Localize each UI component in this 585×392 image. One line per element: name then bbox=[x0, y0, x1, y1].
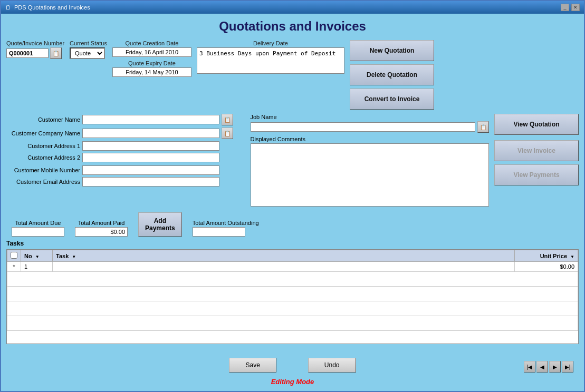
quote-number-label: Quote/Invoice Number bbox=[6, 40, 64, 46]
window-title: PDS Quotations and Invoices bbox=[14, 4, 90, 11]
amounts-section: Total Amount Due Total Amount Paid AddPa… bbox=[12, 212, 579, 237]
customer-company-label: Customer Company Name bbox=[6, 130, 80, 136]
expiry-date-label: Quote Expiry Date bbox=[112, 60, 191, 66]
total-amount-due-field: Total Amount Due bbox=[12, 220, 64, 237]
customer-company-row: Customer Company Name 📋 bbox=[6, 128, 245, 139]
customer-name-row: Customer Name 📋 bbox=[6, 114, 245, 125]
add-payments-button[interactable]: AddPayments bbox=[138, 212, 182, 237]
job-name-input[interactable] bbox=[251, 122, 476, 132]
quote-number-browse-button[interactable]: 📋 bbox=[50, 47, 62, 59]
empty-row-4 bbox=[7, 316, 578, 331]
tasks-price-label: Unit Price bbox=[540, 253, 567, 259]
main-content: Quotations and Invoices Quote/Invoice Nu… bbox=[1, 14, 584, 391]
total-outstanding-input[interactable] bbox=[193, 227, 245, 237]
displayed-comments-textarea[interactable] bbox=[251, 143, 490, 207]
total-outstanding-label: Total Amount Outstanding bbox=[193, 220, 259, 226]
total-amount-paid-field: Total Amount Paid bbox=[75, 220, 128, 237]
job-name-label: Job Name bbox=[251, 114, 490, 120]
tasks-table: No ▼ Task ▼ Unit Price ▼ bbox=[7, 250, 578, 331]
table-row: * 1 $0.00 bbox=[7, 262, 578, 272]
convert-to-invoice-button[interactable]: Convert to Invoice bbox=[350, 89, 434, 110]
job-name-section: Job Name 📋 bbox=[251, 114, 490, 133]
quote-number-box: 📋 bbox=[6, 47, 64, 59]
nav-controls: |◀ ◀ ▶ ▶| bbox=[524, 361, 573, 373]
delivery-date-label: Delivery Date bbox=[197, 40, 344, 46]
tasks-table-wrapper: No ▼ Task ▼ Unit Price ▼ bbox=[6, 249, 579, 344]
view-invoice-button[interactable]: View Invoice bbox=[494, 140, 579, 161]
delivery-date-textarea[interactable]: 3 Business Days upon Payment of Deposit bbox=[197, 47, 344, 74]
empty-row-2 bbox=[7, 287, 578, 301]
tasks-task-col-header[interactable]: Task ▼ bbox=[53, 250, 515, 262]
save-button[interactable]: Save bbox=[229, 358, 276, 373]
customer-address2-input[interactable] bbox=[82, 153, 219, 162]
job-name-row: 📋 bbox=[251, 121, 490, 133]
task-sort-icon: ▼ bbox=[72, 254, 76, 259]
title-bar: 🗒 PDS Quotations and Invoices _ ✕ bbox=[1, 1, 584, 14]
customer-company-input[interactable] bbox=[82, 129, 219, 138]
delivery-group: Delivery Date 3 Business Days upon Payme… bbox=[197, 40, 344, 74]
minimize-button[interactable]: _ bbox=[561, 4, 569, 11]
customer-email-row: Customer Email Address bbox=[6, 177, 245, 187]
status-select[interactable]: Quote Invoice bbox=[70, 47, 105, 59]
view-buttons: View Quotation View Invoice View Payment… bbox=[494, 114, 579, 208]
comments-section: Displayed Comments bbox=[251, 136, 490, 208]
tasks-price-col-header[interactable]: Unit Price ▼ bbox=[515, 250, 578, 262]
customer-address1-input[interactable] bbox=[82, 141, 219, 151]
quote-number-input[interactable] bbox=[6, 48, 49, 58]
middle-section: Customer Name 📋 Customer Company Name 📋 … bbox=[6, 114, 579, 208]
empty-row-3 bbox=[7, 301, 578, 316]
nav-prev-button[interactable]: ◀ bbox=[536, 361, 548, 373]
total-amount-due-label: Total Amount Due bbox=[12, 220, 64, 226]
row-price[interactable]: $0.00 bbox=[515, 262, 578, 272]
displayed-comments-label: Displayed Comments bbox=[251, 136, 490, 142]
current-status-group: Current Status Quote Invoice bbox=[70, 40, 107, 59]
new-quotation-button[interactable]: New Quotation bbox=[350, 40, 434, 61]
delete-quotation-button[interactable]: Delete Quotation bbox=[350, 64, 434, 85]
title-bar-left: 🗒 PDS Quotations and Invoices bbox=[5, 4, 90, 11]
tasks-no-label: No bbox=[24, 253, 32, 259]
close-button[interactable]: ✕ bbox=[571, 4, 580, 11]
current-status-label: Current Status bbox=[70, 40, 107, 46]
title-bar-controls[interactable]: _ ✕ bbox=[561, 4, 580, 11]
tasks-no-col-header[interactable]: No ▼ bbox=[21, 250, 53, 262]
customer-address2-row: Customer Address 2 bbox=[6, 153, 245, 162]
view-payments-button[interactable]: View Payments bbox=[494, 164, 579, 185]
tasks-label: Tasks bbox=[6, 240, 579, 247]
nav-last-button[interactable]: ▶| bbox=[562, 361, 573, 373]
nav-next-button[interactable]: ▶ bbox=[549, 361, 561, 373]
price-sort-icon: ▼ bbox=[570, 254, 574, 259]
customer-name-input[interactable] bbox=[82, 115, 219, 124]
total-amount-due-input[interactable] bbox=[12, 227, 64, 237]
tasks-section: Tasks No ▼ Task bbox=[6, 240, 579, 354]
creation-date-label: Quote Creation Date bbox=[112, 40, 191, 46]
customer-mobile-row: Customer Mobile Number bbox=[6, 165, 245, 175]
quote-number-group: Quote/Invoice Number 📋 bbox=[6, 40, 64, 59]
tasks-select-all[interactable] bbox=[11, 252, 17, 259]
app-window: 🗒 PDS Quotations and Invoices _ ✕ Quotat… bbox=[0, 0, 585, 392]
tasks-header-row: No ▼ Task ▼ Unit Price ▼ bbox=[7, 250, 578, 262]
tasks-checkbox-col bbox=[7, 250, 21, 262]
app-icon: 🗒 bbox=[5, 4, 11, 11]
tasks-task-label: Task bbox=[56, 253, 69, 259]
view-quotation-button[interactable]: View Quotation bbox=[494, 114, 579, 135]
customer-mobile-label: Customer Mobile Number bbox=[6, 167, 80, 173]
row-task[interactable] bbox=[53, 262, 515, 272]
customer-mobile-input[interactable] bbox=[82, 165, 219, 175]
creation-date-input[interactable] bbox=[112, 47, 191, 57]
customer-company-browse[interactable]: 📋 bbox=[222, 128, 233, 139]
customer-address1-row: Customer Address 1 bbox=[6, 141, 245, 151]
row-no[interactable]: 1 bbox=[21, 262, 53, 272]
total-amount-paid-label: Total Amount Paid bbox=[75, 220, 128, 226]
job-name-browse[interactable]: 📋 bbox=[477, 121, 489, 133]
customer-email-label: Customer Email Address bbox=[6, 179, 80, 185]
customer-name-browse[interactable]: 📋 bbox=[222, 114, 233, 125]
customer-email-input[interactable] bbox=[82, 177, 219, 187]
total-amount-paid-input[interactable] bbox=[75, 227, 128, 237]
customer-name-label: Customer Name bbox=[6, 116, 80, 123]
empty-row-1 bbox=[7, 272, 578, 287]
job-comments-form: Job Name 📋 Displayed Comments bbox=[251, 114, 490, 208]
undo-button[interactable]: Undo bbox=[308, 358, 356, 373]
customer-form: Customer Name 📋 Customer Company Name 📋 … bbox=[6, 114, 245, 208]
nav-first-button[interactable]: |◀ bbox=[524, 361, 535, 373]
expiry-date-input[interactable] bbox=[112, 67, 191, 77]
